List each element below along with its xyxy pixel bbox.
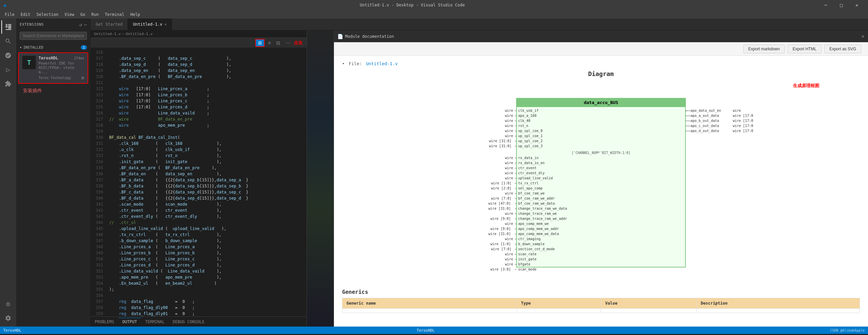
activity-icon-search[interactable] [1,34,15,48]
sidebar-header-icons: ↺ ⋯ [79,22,87,27]
chevron-down-icon: ▾ [20,45,22,50]
svg-text:wire: wire [505,212,513,215]
table-header-generic-name: Generic name [342,298,517,309]
svg-text:change_trace_ram_we_addr: change_trace_ram_we_addr [518,217,567,221]
menu-terminal[interactable]: Terminal [102,11,127,18]
menu-view[interactable]: View [62,11,77,18]
bullet-icon: • [342,61,345,66]
menu-help[interactable]: Help [128,11,143,18]
svg-text:wire: wire [505,237,513,241]
refresh-icon[interactable]: ↺ [79,22,82,27]
module-diagram-svg: data_accu_BUS wire clk_usb_if wire apo_a… [449,92,753,281]
extension-time: 274ms [74,56,84,60]
extension-settings-icon[interactable]: ⚙ [81,75,84,80]
installed-section-header[interactable]: ▾ INSTALLED 1 [16,44,90,51]
menu-go[interactable]: Go [78,11,88,18]
svg-text:b_down_sample: b_down_sample [518,242,545,246]
more-button[interactable]: ⋯ [284,40,292,46]
generics-title: Generics [342,289,860,295]
breadcrumb-sep: > [122,32,124,36]
activity-icon-explorer[interactable] [1,20,15,34]
activity-icon-extensions[interactable] [1,77,15,91]
list-button[interactable]: ≡ [266,40,273,46]
activity-icon-git[interactable] [1,49,15,62]
svg-text:apo_comp_mem_we_addr: apo_comp_mem_we_addr [518,227,559,231]
svg-text:clk_usb_if: clk_usb_if [518,109,538,113]
svg-text:apo_b_out_data: apo_b_out_data [691,119,719,123]
svg-text:wire [31:0]: wire [31:0] [488,232,511,236]
panel-tab-problems[interactable]: PROBLEMS [91,318,118,326]
svg-text:up_spl_coe_1: up_spl_coe_1 [518,134,542,138]
export-svg-button[interactable]: Export as SVG [824,45,861,53]
module-panel-toolbar: Export markdown Export HTML Export as SV… [334,42,868,56]
minimize-button[interactable]: ─ [818,0,834,10]
menu-file[interactable]: File [2,11,17,18]
close-button[interactable]: ✕ [849,0,865,10]
svg-text:wire [7:0]: wire [7:0] [491,247,511,251]
svg-text:wire: wire [505,129,513,133]
maximize-button[interactable]: □ [834,0,849,10]
svg-text:rst_n: rst_n [518,124,528,128]
module-panel-content: • File: Untitled-1.v Diagram 生成原理框图 [334,56,868,327]
svg-text:ctr_event: ctr_event [518,166,536,170]
svg-rect-0 [516,98,685,267]
breadcrumb-file[interactable]: Untitled-1.v [94,32,121,36]
extension-item[interactable]: T TerosHDL 274ms Powerful IDE for ASIC/F… [18,52,88,84]
split-button[interactable]: ⊟ [274,40,282,46]
code-content[interactable]: .data_sep_c ( data_sep_c ), .data_sep_d … [106,48,307,316]
svg-text:apo_comp_mem_we_data: apo_comp_mem_we_data [518,232,559,236]
tab-bar: Get Started Untitled-1.v ✕ [91,19,868,30]
svg-text:clk_40: clk_40 [518,119,530,123]
export-html-button[interactable]: Export HTML [788,45,822,53]
tab-get-started[interactable]: Get Started [91,19,128,30]
svg-text:wire [31:0]: wire [31:0] [489,144,511,148]
watermark: CSDN @AlibabApple [830,329,865,332]
menu-selection[interactable]: Selection [34,11,61,18]
menu-edit[interactable]: Edit [18,11,33,18]
svg-text:apo_data_out_en: apo_data_out_en [691,109,721,113]
module-panel-close-icon[interactable]: × [861,33,865,40]
table-header-description: Description [697,298,860,309]
activity-icon-settings[interactable] [1,311,15,325]
svg-text:apo_d_out_data: apo_d_out_data [691,129,719,133]
tab-untitled[interactable]: Untitled-1.v ✕ [128,19,172,30]
breadcrumb-item[interactable]: Untitled-1.v [126,32,152,36]
status-bar-left: TerosHDL [3,328,21,333]
installed-badge: 1 [81,45,87,50]
search-input[interactable] [20,32,87,40]
extension-details: TerosHDL 274ms Powerful IDE for ASIC/FPG… [39,56,84,80]
diagram-section-title: Diagram [342,70,860,77]
svg-text:wire: wire [505,109,513,112]
svg-text:rx_data_in: rx_data_in [518,156,538,160]
menu-run[interactable]: Run [89,11,101,18]
svg-text:wire: wire [505,257,513,261]
breadcrumb: Untitled-1.v > Untitled-1.v [91,30,307,38]
activity-bar: ▷ ⚙ [0,19,16,327]
module-panel-icon: 📄 [337,34,343,39]
tab-close-icon[interactable]: ✕ [164,22,167,27]
svg-text:wire: wire [505,171,513,175]
app-icon: ◈ [3,2,7,8]
export-markdown-button[interactable]: Export markdown [743,45,785,53]
svg-text:apo_c_out_data: apo_c_out_data [691,124,719,128]
svg-text:sel_apo_comp: sel_apo_comp [518,186,542,190]
svg-text:wire [9:0]: wire [9:0] [490,227,511,231]
activity-icon-debug[interactable]: ▷ [1,63,15,76]
panel-tab-terminal[interactable]: TERMINAL [141,318,169,326]
module-panel-title: Module documentation [345,34,394,39]
svg-text:bf_coe_ram_we_addr: bf_coe_ram_we_addr [518,197,555,201]
svg-text:bfgate: bfgate [518,262,530,266]
panel-tab-debug-console[interactable]: DEBUG CONSOLE [169,318,209,326]
svg-text:wire [17:0]: wire [17:0] [733,114,753,118]
svg-text:wire: wire [733,109,741,112]
svg-text:wire [17:0]: wire [17:0] [733,124,753,128]
minimap-panel [307,30,334,327]
sidebar-header: EXTENSIONS ↺ ⋯ [16,19,90,30]
activity-icon-teros[interactable]: ⚙ [1,297,15,311]
filter-icon[interactable]: ⋯ [84,22,87,27]
diagram-button[interactable]: ⊞ [255,39,265,47]
svg-text:wire: wire [505,191,513,195]
title-bar-center: Untitled-1.v - Desktop - Visual Studio C… [7,3,818,7]
svg-text:wire [17:0]: wire [17:0] [733,129,753,133]
panel-tab-output[interactable]: OUTPUT [118,318,141,326]
